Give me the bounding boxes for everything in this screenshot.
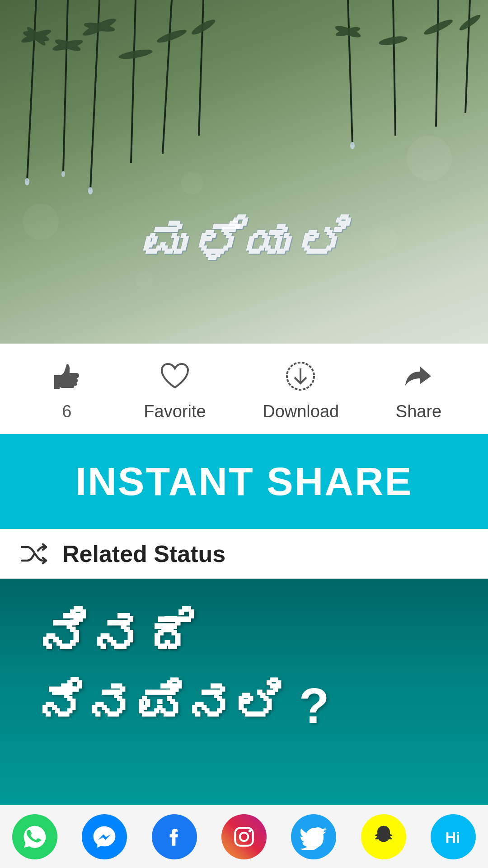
share-icon bbox=[399, 356, 439, 396]
whatsapp-nav-button[interactable] bbox=[12, 814, 57, 859]
bokeh-circle bbox=[23, 203, 59, 240]
related-status-header: Related Status bbox=[0, 529, 488, 579]
video-area: ಮಳೆಯಲಿ bbox=[0, 0, 488, 344]
pine-branch-right bbox=[325, 0, 488, 154]
download-button[interactable]: Download bbox=[263, 356, 339, 421]
related-card-text-line2: ನೆನಪಿನಲಿ ? bbox=[36, 677, 329, 735]
share-label: Share bbox=[396, 402, 441, 421]
svg-point-33 bbox=[249, 830, 251, 832]
instant-share-text: INSTANT SHARE bbox=[75, 458, 413, 505]
bokeh-circle bbox=[407, 136, 452, 181]
svg-line-5 bbox=[199, 0, 203, 136]
shuffle-icon bbox=[18, 538, 50, 570]
like-icon bbox=[47, 356, 87, 396]
instant-share-banner[interactable]: INSTANT SHARE bbox=[0, 434, 488, 529]
svg-line-21 bbox=[436, 0, 438, 127]
related-status-card[interactable]: ನಿನದೆ ನೆನಪಿನಲಿ ? bbox=[0, 579, 488, 809]
like-count: 6 bbox=[62, 402, 71, 421]
share-button[interactable]: Share bbox=[396, 356, 441, 421]
svg-line-20 bbox=[393, 0, 395, 136]
svg-point-13 bbox=[118, 48, 153, 61]
instagram-nav-button[interactable] bbox=[221, 814, 267, 859]
svg-point-18 bbox=[61, 171, 65, 177]
svg-line-4 bbox=[163, 0, 172, 154]
related-card-text-line1: ನಿನದೆ bbox=[36, 606, 329, 668]
svg-line-3 bbox=[131, 0, 136, 163]
svg-point-17 bbox=[88, 187, 93, 194]
hike-nav-button[interactable]: Hi bbox=[431, 814, 476, 859]
facebook-nav-button[interactable] bbox=[152, 814, 197, 859]
messenger-nav-button[interactable] bbox=[82, 814, 127, 859]
action-bar: 6 Favorite Download Share bbox=[0, 344, 488, 434]
bokeh-circle bbox=[181, 172, 203, 194]
favorite-button[interactable]: Favorite bbox=[144, 356, 206, 421]
bottom-nav: Hi bbox=[0, 805, 488, 868]
pine-branch-left bbox=[0, 0, 262, 199]
heart-icon bbox=[155, 356, 195, 396]
favorite-label: Favorite bbox=[144, 402, 206, 421]
bokeh-circle bbox=[371, 226, 398, 253]
download-icon bbox=[281, 356, 321, 396]
svg-line-1 bbox=[63, 0, 68, 172]
svg-point-16 bbox=[25, 178, 29, 185]
svg-line-22 bbox=[465, 0, 470, 113]
like-button[interactable]: 6 bbox=[47, 356, 87, 421]
svg-text:Hi: Hi bbox=[445, 829, 460, 845]
related-status-label: Related Status bbox=[62, 540, 225, 567]
svg-point-32 bbox=[240, 832, 249, 841]
svg-point-28 bbox=[350, 142, 355, 149]
snapchat-nav-button[interactable] bbox=[361, 814, 406, 859]
bokeh-circle bbox=[136, 271, 154, 289]
download-label: Download bbox=[263, 402, 339, 421]
svg-line-19 bbox=[348, 0, 352, 145]
video-kannada-text: ಮಳೆಯಲಿ bbox=[141, 214, 347, 271]
svg-point-14 bbox=[155, 28, 188, 45]
twitter-nav-button[interactable] bbox=[291, 814, 336, 859]
